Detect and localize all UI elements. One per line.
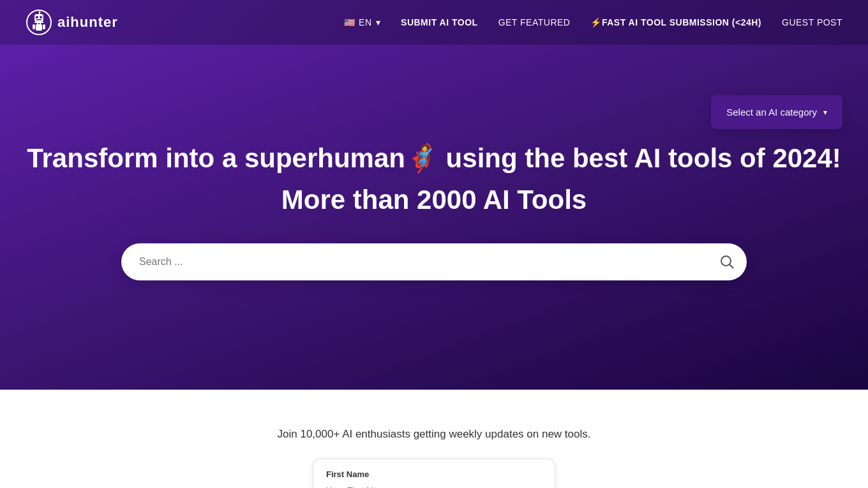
svg-rect-11 bbox=[36, 19, 41, 20]
svg-rect-8 bbox=[34, 14, 43, 22]
svg-line-15 bbox=[730, 264, 733, 268]
hero-title-line2: More than 2000 AI Tools bbox=[281, 183, 587, 218]
logo-link[interactable]: aihunter bbox=[26, 9, 118, 36]
svg-point-10 bbox=[40, 16, 42, 19]
svg-rect-2 bbox=[34, 22, 43, 23]
svg-point-9 bbox=[36, 16, 38, 19]
category-dropdown-label: Select an AI category bbox=[726, 107, 817, 118]
search-icon bbox=[720, 255, 734, 269]
search-button[interactable] bbox=[720, 255, 734, 269]
lang-chevron-icon: ▾ bbox=[376, 17, 381, 27]
header: aihunter 🇺🇸 EN ▾ SUBMIT AI TOOL GET FEAT… bbox=[0, 0, 868, 45]
svg-rect-5 bbox=[36, 24, 42, 31]
guest-post-link[interactable]: GUEST POST bbox=[782, 17, 842, 27]
svg-rect-4 bbox=[43, 24, 45, 29]
first-name-input[interactable] bbox=[326, 483, 542, 488]
get-featured-link[interactable]: GET FEATURED bbox=[498, 17, 571, 27]
logo-icon bbox=[26, 9, 52, 36]
svg-rect-3 bbox=[33, 24, 35, 29]
fast-submission-link[interactable]: ⚡FAST AI TOOL SUBMISSION (<24H) bbox=[590, 17, 761, 27]
category-chevron-icon: ▾ bbox=[823, 108, 827, 117]
main-nav: 🇺🇸 EN ▾ SUBMIT AI TOOL GET FEATURED ⚡FAS… bbox=[344, 17, 842, 27]
newsletter-form: First Name Email bbox=[313, 459, 555, 488]
submit-ai-tool-link[interactable]: SUBMIT AI TOOL bbox=[401, 17, 478, 27]
logo-text: aihunter bbox=[57, 14, 118, 31]
language-selector[interactable]: 🇺🇸 EN ▾ bbox=[344, 17, 380, 27]
flag-icon: 🇺🇸 bbox=[344, 17, 355, 27]
newsletter-section: Join 10,000+ AI enthusiasts getting week… bbox=[0, 390, 868, 488]
first-name-label: First Name bbox=[326, 469, 542, 479]
lang-label: EN bbox=[359, 17, 371, 27]
svg-rect-7 bbox=[40, 22, 41, 25]
first-name-field: First Name bbox=[313, 459, 555, 488]
svg-point-14 bbox=[721, 256, 731, 266]
search-input[interactable] bbox=[121, 243, 747, 280]
search-container bbox=[121, 243, 747, 280]
svg-point-13 bbox=[39, 11, 41, 13]
category-dropdown-button[interactable]: Select an AI category ▾ bbox=[711, 95, 842, 129]
hero-title-line1: Transform into a superhuman🦸 using the b… bbox=[27, 141, 841, 176]
newsletter-description: Join 10,000+ AI enthusiasts getting week… bbox=[278, 428, 591, 441]
svg-rect-6 bbox=[37, 22, 38, 25]
